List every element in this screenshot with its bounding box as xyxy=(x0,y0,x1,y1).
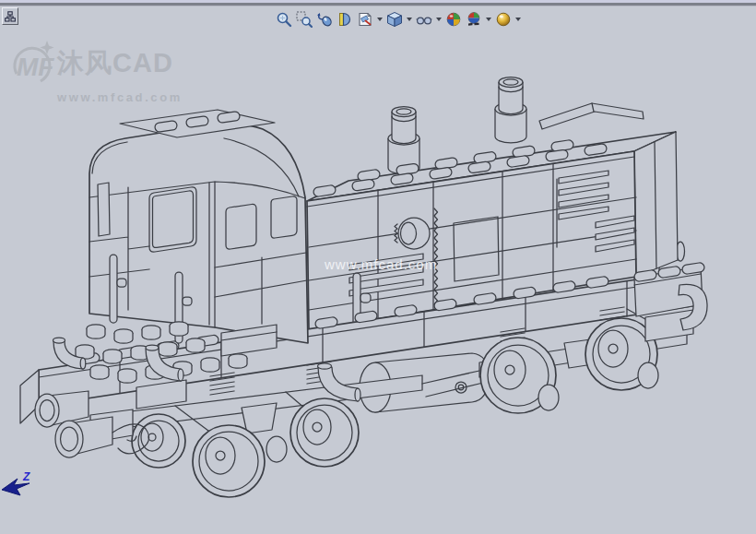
drawing-view-button[interactable] xyxy=(356,10,374,29)
edit-appearance-sphere-icon xyxy=(445,11,462,28)
watermark-brand-text: 沐风CAD xyxy=(57,50,173,77)
apply-scene-icon xyxy=(466,11,482,28)
hide-show-items-dropdown[interactable] xyxy=(434,10,443,29)
mf-logo-mark-icon: MF xyxy=(11,39,57,89)
zoom-to-fit-icon xyxy=(276,11,292,28)
hide-show-items-glasses-icon xyxy=(416,11,432,28)
view-orientation-dropdown[interactable] xyxy=(405,10,413,29)
drawing-view-dropdown[interactable] xyxy=(375,10,384,29)
watermark-url-text: www.mfcad.com xyxy=(57,90,183,104)
apply-scene-dropdown[interactable] xyxy=(484,10,492,29)
window-top-rule xyxy=(0,3,756,6)
previous-view-button[interactable] xyxy=(315,10,334,29)
heads-up-view-toolbar xyxy=(274,9,523,30)
zoom-to-area-icon xyxy=(296,11,313,28)
zoom-to-area-button[interactable] xyxy=(295,10,313,29)
view-orientation-button[interactable] xyxy=(385,10,404,29)
feature-tree-tab-button[interactable] xyxy=(2,7,18,25)
orientation-triad: Z xyxy=(0,465,43,507)
view-settings-button[interactable] xyxy=(494,10,513,29)
hide-show-items-button[interactable] xyxy=(415,10,433,29)
watermark-center-text: www.mfcad.com xyxy=(325,256,437,272)
view-orientation-cube-icon xyxy=(386,11,403,28)
watermark-logo: MF 沐风CAD www.mfcad.com xyxy=(11,39,183,104)
view-settings-dropdown[interactable] xyxy=(514,10,522,29)
section-view-button[interactable] xyxy=(336,10,354,29)
previous-view-icon xyxy=(316,11,333,28)
section-view-icon xyxy=(337,11,353,28)
apply-scene-button[interactable] xyxy=(465,10,483,29)
view-settings-sphere-icon xyxy=(495,11,512,28)
edit-appearance-button[interactable] xyxy=(444,10,463,29)
triad-z-label: Z xyxy=(22,470,30,483)
zoom-to-fit-button[interactable] xyxy=(275,10,293,29)
feature-tree-icon xyxy=(5,11,16,22)
drawing-view-icon xyxy=(357,11,373,28)
mf-initials: MF xyxy=(17,53,54,81)
